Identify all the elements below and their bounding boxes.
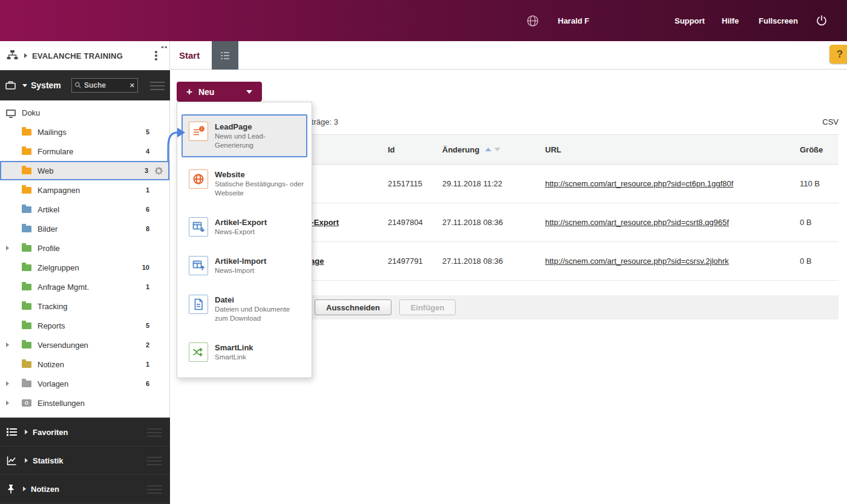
sidebar-panel-notizen[interactable]: Notizen (0, 475, 170, 503)
expand-arrow-icon[interactable] (6, 342, 9, 347)
user-menu[interactable]: Harald F (558, 0, 589, 41)
tab-bar: Start (170, 41, 847, 70)
menu-item-desc: Dateien und Dokumente zum Download (215, 305, 304, 323)
sidebar-item-anfrage-mgmt[interactable]: Anfrage Mgmt. 1 (0, 277, 169, 296)
table-export-icon (189, 217, 208, 237)
power-icon[interactable] (816, 0, 828, 41)
menu-item-title: Artikel-Import (215, 256, 266, 266)
row-size: 110 B (800, 179, 839, 188)
sidebar-item-vorlagen[interactable]: Vorlagen 6 (0, 374, 169, 393)
tree-label: Profile (38, 244, 60, 253)
sidebar-item-reports[interactable]: Reports 5 (0, 316, 169, 335)
tree-count: 8 (146, 225, 149, 232)
tree-count: 4 (146, 148, 149, 155)
tree-label: Kampagnen (38, 186, 80, 195)
menu-item-datei[interactable]: Datei Dateien und Dokumente zum Download (177, 290, 312, 328)
tab-start[interactable]: Start (179, 41, 200, 70)
clear-search-icon[interactable] (129, 82, 135, 90)
folder-tree: Doku Mailings 5 Formulare 4 Web 3 Kampag… (0, 100, 170, 417)
expand-arrow-icon (23, 486, 26, 491)
row-id: 21497791 (379, 257, 433, 266)
german-flag-icon[interactable] (640, 0, 652, 41)
sidebar-item-web[interactable]: Web 3 (0, 161, 169, 180)
tree-count: 2 (146, 341, 149, 349)
tree-count: 6 (146, 380, 149, 387)
menu-item-artikel-export[interactable]: Artikel-Export News-Export (177, 212, 312, 241)
system-section-header[interactable]: System (0, 70, 170, 100)
search-input[interactable] (84, 81, 129, 90)
menu-item-title: Website (215, 169, 304, 180)
col-id[interactable]: Id (379, 145, 433, 154)
kebab-menu-icon[interactable] (155, 51, 157, 62)
tree-count: 1 (146, 283, 149, 290)
row-changed: 29.11.2018 11:22 (433, 179, 536, 188)
panel-menu-icon[interactable] (147, 428, 162, 437)
expand-arrow-icon[interactable] (6, 401, 9, 405)
settings-icon (22, 399, 31, 407)
expand-arrow-icon[interactable] (6, 246, 9, 250)
help-link[interactable]: Hilfe (722, 0, 739, 41)
tree-label: Versendungen (38, 341, 88, 350)
fullscreen-link[interactable]: Fullscreen (759, 0, 798, 41)
menu-item-website[interactable]: Website Statische Bestätigungs- oder Web… (177, 165, 312, 203)
new-button[interactable]: Neu (177, 82, 262, 102)
file-icon (189, 295, 208, 314)
globe-icon[interactable] (526, 0, 539, 41)
row-url-link[interactable]: http://scnem.com/art_resource.php?sid=ct… (545, 179, 733, 188)
sidebar-panel-statistik[interactable]: Statistik (0, 447, 170, 475)
sidebar-item-bilder[interactable]: Bilder 8 (0, 219, 169, 238)
menu-item-smartlink[interactable]: SmartLink SmartLink (177, 338, 312, 367)
menu-item-desc: SmartLink (215, 353, 253, 362)
col-url[interactable]: URL (536, 145, 800, 154)
tree-label: Vorlagen (38, 379, 68, 388)
sidebar-item-notizen[interactable]: Notizen 1 (0, 355, 169, 374)
menu-item-leadpage[interactable]: LeadPage News und Lead-Generierung (182, 114, 307, 157)
tree-label: Doku (22, 108, 40, 117)
folder-green-icon (22, 245, 31, 252)
sidebar-item-kampagnen[interactable]: Kampagnen 1 (0, 180, 169, 200)
tree-label: Bilder (38, 224, 57, 234)
help-button[interactable]: ? (829, 45, 847, 64)
expand-arrow-icon (25, 458, 28, 463)
tree-label: Formulare (38, 147, 73, 156)
sidebar-item-einstellungen[interactable]: Einstellungen (0, 393, 169, 413)
folder-green-icon (22, 303, 31, 310)
sidebar-item-profile[interactable]: Profile (0, 238, 169, 258)
row-url-link[interactable]: http://scnem.com/art_resource.php?sid=cs… (545, 218, 729, 227)
menu-item-desc: News und Lead-Generierung (215, 132, 300, 150)
tree-label: Reports (38, 321, 65, 330)
sidebar-item-tracking[interactable]: Tracking (0, 296, 169, 316)
tab-list-view[interactable] (212, 41, 238, 70)
collapse-sidebar-icon[interactable] (160, 43, 167, 50)
sort-desc-icon[interactable] (494, 148, 500, 151)
tree-label: Web (38, 166, 54, 175)
panel-menu-icon[interactable] (147, 457, 162, 465)
gear-icon[interactable] (154, 166, 164, 176)
tree-count: 5 (146, 128, 149, 136)
support-link[interactable]: Support (675, 0, 705, 41)
sidebar-item-doku[interactable]: Doku (0, 103, 169, 122)
col-aenderung[interactable]: Änderung (433, 145, 536, 154)
sidebar-item-artikel[interactable]: Artikel 6 (0, 200, 169, 219)
menu-item-title: SmartLink (215, 342, 253, 353)
row-url-link[interactable]: http://scnem.com/art_resource.php?sid=cs… (545, 257, 729, 266)
csv-export-link[interactable]: CSV (822, 117, 839, 126)
workspace-header[interactable]: EVALANCHE TRAINING (0, 41, 170, 70)
col-groesse[interactable]: Größe (800, 145, 839, 154)
folder-gray-icon (22, 381, 31, 387)
sidebar-panels: Favoriten Statistik Notizen (0, 417, 170, 504)
cut-button[interactable]: Ausschneiden (315, 299, 391, 315)
sidebar-item-versendungen[interactable]: Versendungen 2 (0, 335, 169, 355)
sidebar-panel-favoriten[interactable]: Favoriten (0, 418, 170, 447)
table-import-icon (189, 256, 208, 275)
paste-button[interactable]: Einfügen (399, 299, 456, 315)
sidebar-item-zielgruppen[interactable]: Zielgruppen 10 (0, 258, 169, 277)
panel-menu-icon[interactable] (150, 82, 165, 90)
menu-item-title: Artikel-Export (215, 217, 267, 227)
expand-arrow-icon[interactable] (6, 381, 9, 386)
sidebar-item-mailings[interactable]: Mailings 5 (0, 122, 169, 142)
sort-asc-icon[interactable] (485, 148, 491, 151)
menu-item-artikel-import[interactable]: Artikel-Import News-Import (177, 251, 312, 280)
panel-menu-icon[interactable] (147, 485, 162, 494)
sidebar-item-formulare[interactable]: Formulare 4 (0, 142, 169, 161)
